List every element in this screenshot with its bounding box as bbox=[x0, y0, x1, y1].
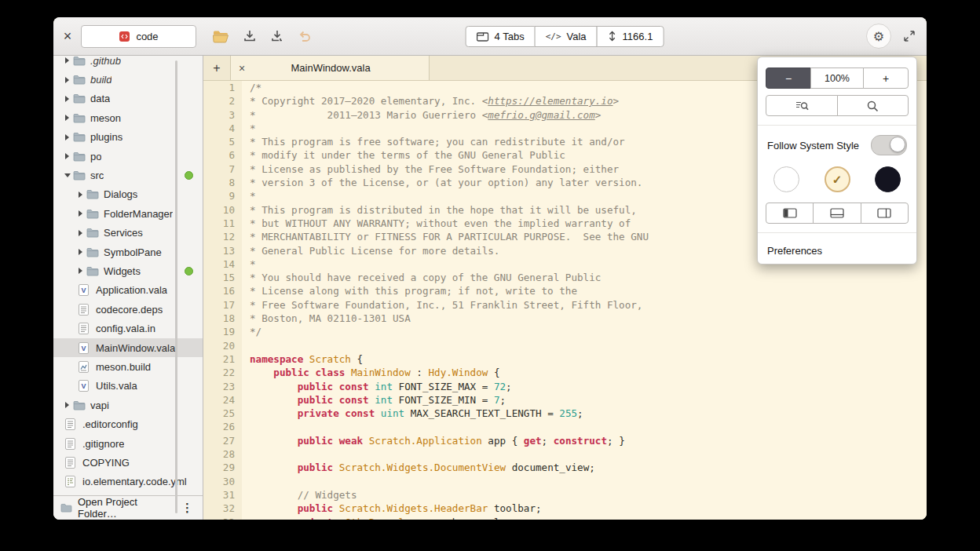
code-line[interactable]: 31 // Widgets bbox=[203, 488, 927, 502]
sidebar-scrollbar[interactable] bbox=[175, 60, 177, 513]
tree-folder-po[interactable]: po bbox=[53, 147, 203, 166]
zoom-level-button[interactable]: 100% bbox=[810, 68, 864, 89]
style-dark-button[interactable] bbox=[875, 166, 901, 192]
tree-file-config.vala.in[interactable]: config.vala.in bbox=[53, 319, 203, 338]
find-replace-button[interactable] bbox=[766, 95, 838, 116]
tree-file-Utils.vala[interactable]: VUtils.vala bbox=[53, 377, 203, 396]
code-line[interactable]: 17* Free Software Foundation, Inc., 51 F… bbox=[203, 298, 927, 312]
code-line[interactable]: 23 public const int FONT_SIZE_MAX = 72; bbox=[203, 380, 927, 393]
search-button[interactable] bbox=[837, 95, 909, 116]
line-number: 14 bbox=[203, 257, 242, 271]
line-number: 27 bbox=[203, 434, 242, 447]
tree-file-meson.build[interactable]: meson.build bbox=[53, 357, 203, 376]
expand-arrow-icon[interactable] bbox=[75, 230, 86, 236]
style-light-button[interactable] bbox=[773, 166, 799, 192]
code-line[interactable]: 18* Boston, MA 02110-1301 USA bbox=[203, 312, 927, 325]
open-project-folder-button[interactable]: Open Project Folder… ⋮ bbox=[53, 495, 203, 520]
code-line[interactable]: 29 public Scratch.Widgets.DocumentView d… bbox=[203, 461, 927, 474]
tree-file-.gitignore[interactable]: .gitignore bbox=[53, 434, 203, 453]
code-text bbox=[242, 447, 250, 461]
line-number: 19 bbox=[203, 325, 242, 338]
code-line[interactable]: 27 public weak Scratch.Application app {… bbox=[203, 434, 927, 447]
expand-arrow-icon[interactable] bbox=[61, 115, 73, 121]
collapse-arrow-icon[interactable] bbox=[61, 173, 73, 177]
expand-arrow-icon[interactable] bbox=[75, 210, 86, 217]
tree-folder-Dialogs[interactable]: Dialogs bbox=[53, 185, 203, 204]
line-number: 15 bbox=[203, 271, 242, 284]
expand-arrow-icon[interactable] bbox=[61, 57, 73, 64]
expand-arrow-icon[interactable] bbox=[75, 268, 86, 274]
tree-file-.editorconfig[interactable]: .editorconfig bbox=[53, 414, 203, 433]
layout-sidebar-right-button[interactable] bbox=[861, 203, 909, 224]
tree-folder-meson[interactable]: meson bbox=[53, 108, 203, 127]
tree-file-COPYING[interactable]: COPYING bbox=[53, 453, 203, 472]
follow-system-style-toggle[interactable] bbox=[871, 135, 907, 155]
code-line[interactable]: 30 bbox=[203, 475, 927, 488]
code-line[interactable]: 33 private Gtk.Revealer search_revealer; bbox=[203, 516, 927, 520]
code-line[interactable]: 15* You should have received a copy of t… bbox=[203, 271, 927, 284]
tree-file-MainWindow.vala[interactable]: VMainWindow.vala bbox=[53, 338, 203, 357]
tree-folder-vapi[interactable]: vapi bbox=[53, 396, 203, 414]
layout-bottom-panel-button[interactable] bbox=[813, 203, 861, 224]
tree-folder-Widgets[interactable]: Widgets bbox=[53, 261, 203, 280]
folder-icon bbox=[73, 151, 87, 162]
expand-arrow-icon[interactable] bbox=[61, 77, 73, 83]
window-close-button[interactable]: × bbox=[60, 29, 75, 43]
language-selector-button[interactable]: </> Vala bbox=[535, 26, 598, 47]
tree-folder-Services[interactable]: Services bbox=[53, 224, 203, 243]
tree-folder-SymbolPane[interactable]: SymbolPane bbox=[53, 243, 203, 261]
code-line[interactable]: 22 public class MainWindow : Hdy.Window … bbox=[203, 366, 927, 379]
tabs-overview-button[interactable]: 4 Tabs bbox=[466, 26, 536, 47]
tree-item-label: Widgets bbox=[104, 265, 141, 277]
tree-item-label: codecore.deps bbox=[96, 304, 163, 316]
expand-arrow-icon[interactable] bbox=[75, 192, 86, 198]
tree-folder-plugins[interactable]: plugins bbox=[53, 128, 203, 147]
header-left-section: × code bbox=[53, 17, 203, 55]
tree-folder-src[interactable]: src bbox=[53, 166, 203, 184]
zoom-out-button[interactable]: − bbox=[766, 68, 811, 89]
style-sepia-button[interactable]: ✓ bbox=[825, 166, 850, 192]
vala-file-icon: V bbox=[79, 342, 93, 354]
tree-file-codecore.deps[interactable]: codecore.deps bbox=[53, 300, 203, 319]
code-line[interactable]: 20 bbox=[203, 339, 927, 352]
save-as-button[interactable] bbox=[270, 29, 284, 43]
text-file-icon bbox=[65, 438, 79, 450]
expand-arrow-icon[interactable] bbox=[61, 402, 73, 408]
tree-item-label: plugins bbox=[90, 131, 122, 143]
tab-close-icon[interactable]: × bbox=[239, 62, 245, 75]
tree-item-label: meson bbox=[90, 112, 121, 124]
code-line[interactable]: 21namespace Scratch { bbox=[203, 352, 927, 366]
find-replace-icon bbox=[795, 100, 809, 112]
code-line[interactable]: 26 bbox=[203, 420, 927, 433]
tree-folder-data[interactable]: data bbox=[53, 89, 203, 108]
sidebar-menu-button[interactable]: ⋮ bbox=[179, 501, 196, 515]
project-chip[interactable]: code bbox=[81, 25, 196, 48]
tab-mainwindow-vala[interactable]: × MainWindow.vala bbox=[230, 56, 430, 80]
tree-folder-.github[interactable]: .github bbox=[53, 56, 203, 70]
revert-button[interactable] bbox=[298, 29, 312, 43]
tree-folder-build[interactable]: build bbox=[53, 70, 203, 89]
code-line[interactable]: 16* License along with this program; if … bbox=[203, 284, 927, 297]
tree-file-Application.vala[interactable]: VApplication.vala bbox=[53, 281, 203, 300]
code-line[interactable]: 32 public Scratch.Widgets.HeaderBar tool… bbox=[203, 502, 927, 515]
expand-arrow-icon[interactable] bbox=[61, 96, 73, 102]
expand-arrow-icon[interactable] bbox=[75, 249, 86, 255]
code-line[interactable]: 28 bbox=[203, 447, 927, 461]
preferences-menu-item[interactable]: Preferences bbox=[758, 239, 916, 260]
new-tab-button[interactable]: + bbox=[203, 56, 230, 80]
settings-gear-button[interactable]: ⚙ bbox=[866, 24, 891, 49]
expand-arrow-icon[interactable] bbox=[61, 134, 73, 140]
save-button[interactable] bbox=[243, 29, 257, 43]
goto-line-button[interactable]: 1166.1 bbox=[597, 26, 664, 47]
code-line[interactable]: 25 private const uint MAX_SEARCH_TEXT_LE… bbox=[203, 407, 927, 420]
layout-sidebar-left-button[interactable] bbox=[766, 203, 814, 224]
expand-arrow-icon[interactable] bbox=[61, 153, 73, 159]
tree-folder-FolderManager[interactable]: FolderManager bbox=[53, 204, 203, 223]
tree-file-io.elementary.code.yml[interactable]: io.elementary.code.yml bbox=[53, 473, 203, 491]
zoom-in-button[interactable]: + bbox=[863, 68, 909, 89]
open-folder-button[interactable] bbox=[212, 29, 229, 43]
code-line[interactable]: 24 public const int FONT_SIZE_MIN = 7; bbox=[203, 393, 927, 407]
code-line[interactable]: 19*/ bbox=[203, 325, 927, 338]
fullscreen-button[interactable] bbox=[903, 30, 916, 42]
folder-icon bbox=[86, 228, 101, 238]
